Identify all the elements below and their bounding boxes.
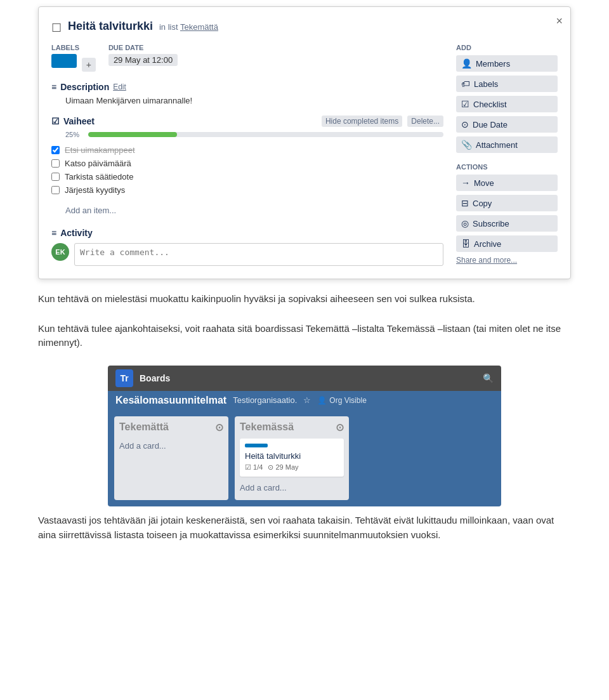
body-text-1-section: Kun tehtävä on mielestäsi muokattu kaiki…	[38, 286, 571, 315]
search-icon: 🔍	[483, 373, 494, 383]
modal-header: ☐ Heitä talviturkki in list Tekemättä	[51, 20, 558, 35]
checklist-button[interactable]: ☑ Checklist	[456, 96, 558, 112]
label-chip	[51, 54, 77, 68]
attachment-button[interactable]: 📎 Attachment	[456, 136, 558, 153]
checklist-item-text-2: Katso päivämäärä	[65, 159, 131, 168]
board-card: Heitä talviturkki ☑ 1/4 ⊙ 29 May	[240, 439, 344, 477]
labels-col: Labels +	[51, 44, 96, 72]
list-menu-icon-2: ⊙	[336, 421, 344, 433]
checklist-item-text-3: Tarkista säätiedote	[65, 172, 133, 182]
add-card-tekemassa: Add a card...	[240, 480, 344, 495]
share-link[interactable]: Share and more...	[456, 256, 558, 265]
activity-icon: ≡	[51, 228, 56, 238]
due-date-label: Due Date	[108, 44, 178, 51]
list-menu-icon: ⊙	[215, 421, 223, 433]
checklist-checkbox-4[interactable]	[51, 186, 60, 194]
meta-row: Labels + Due Date 29 May at 12:00	[51, 44, 443, 72]
card-title: Heitä talviturkki	[68, 20, 153, 32]
due-date-button[interactable]: 29 May at 12:00	[108, 54, 178, 66]
body-text-2-section: Kun tehtävä tulee ajankohtaiseksi, voit …	[38, 315, 571, 359]
board-nav-label: Boards	[140, 373, 170, 383]
due-date-button[interactable]: ⊙ Due Date	[456, 116, 558, 133]
progress-percent: 25%	[65, 131, 83, 138]
checklist-item-text-4: Järjestä kyyditys	[65, 185, 125, 195]
move-button[interactable]: → Move	[456, 175, 558, 191]
card-meta: ☑ 1/4 ⊙ 29 May	[245, 463, 339, 472]
description-title: ≡ Description Edit	[51, 82, 126, 92]
checklist-icon: ☑	[51, 116, 60, 126]
checklist-checkbox-3[interactable]	[51, 173, 60, 181]
board-list-tekematta: Tekemättä ⊙ Add a card...	[114, 416, 228, 500]
body-text-1: Kun tehtävä on mielestäsi muokattu kaiki…	[38, 292, 571, 307]
add-item-button[interactable]: Add an item...	[65, 203, 116, 218]
card-label-chip	[245, 444, 268, 447]
body-text-2: Kun tehtävä tulee ajankohtaiseksi, voit …	[38, 322, 571, 350]
delete-link[interactable]: Delete...	[407, 116, 443, 127]
modal-body: Labels + Due Date 29 May at 12:00 ≡ Desc…	[51, 44, 558, 266]
attachment-icon: 📎	[461, 140, 472, 150]
members-button[interactable]: 👤 Members	[456, 55, 558, 72]
card-title-text: Heitä talviturkki	[245, 451, 339, 461]
checklist-actions: Hide completed items Delete...	[322, 116, 443, 127]
archive-button[interactable]: 🗄 Archive	[456, 235, 558, 252]
in-list-label: in list Tekemättä	[159, 22, 218, 32]
list-header-tekematta: Tekemättä ⊙	[119, 421, 223, 433]
progress-row: 25%	[51, 131, 443, 138]
checklist-items: Etsi uimakamppeet Katso päivämäärä Tarki…	[51, 143, 443, 197]
board-visibility: 👤 Org Visible	[317, 396, 366, 405]
board-top-bar: Tr Boards 🔍	[108, 366, 501, 391]
board-logo: Tr	[115, 369, 133, 387]
activity-section: ≡ Activity EK	[51, 228, 443, 266]
board-org: Testiorganisaatio.	[233, 395, 297, 405]
checklist-item: Tarkista säätiedote	[51, 170, 443, 183]
checklist-icon: ☑	[461, 99, 469, 109]
card-checklist-meta: ☑ 1/4	[245, 463, 263, 472]
checklist-item: Katso päivämäärä	[51, 157, 443, 170]
labels-button[interactable]: 🏷 Labels	[456, 76, 558, 92]
checklist-title-row: ☑ Vaiheet	[51, 116, 95, 126]
due-date-icon: ⊙	[461, 119, 469, 129]
subscribe-button[interactable]: ◎ Subscribe	[456, 215, 558, 232]
hide-completed-link[interactable]: Hide completed items	[322, 116, 402, 127]
modal-main: Labels + Due Date 29 May at 12:00 ≡ Desc…	[51, 44, 443, 266]
labels-icon: 🏷	[461, 79, 470, 89]
footer-text: Vastaavasti jos tehtävään jäi jotain kes…	[38, 513, 571, 543]
card-modal: × ☐ Heitä talviturkki in list Tekemättä …	[38, 6, 571, 279]
checklist-checkbox-2[interactable]	[51, 159, 60, 168]
subscribe-icon: ◎	[461, 218, 469, 228]
comment-input[interactable]	[74, 243, 443, 266]
board-content: Tekemättä ⊙ Add a card... Tekemässä ⊙ He…	[108, 410, 501, 506]
description-edit-link[interactable]: Edit	[113, 83, 126, 91]
labels-label: Labels	[51, 44, 96, 51]
description-header: ≡ Description Edit	[51, 82, 443, 92]
checklist-item: Etsi uimakamppeet	[51, 143, 443, 157]
user-avatar: EK	[51, 243, 69, 261]
checklist-header: ☑ Vaiheet Hide completed items Delete...	[51, 116, 443, 127]
due-date-col: Due Date 29 May at 12:00	[108, 44, 178, 72]
copy-icon: ⊟	[461, 198, 469, 208]
board-sub-bar: Kesälomasuunnitelmat Testiorganisaatio. …	[108, 391, 501, 410]
checklist-item: Järjestä kyyditys	[51, 183, 443, 197]
board-screenshot: Tr Boards 🔍 Kesälomasuunnitelmat Testior…	[108, 366, 501, 506]
add-card-tekematta: Add a card...	[119, 439, 223, 453]
board-name: Kesälomasuunnitelmat	[115, 395, 226, 406]
modal-sidebar: Add 👤 Members 🏷 Labels ☑ Checklist ⊙ Due…	[456, 44, 558, 266]
progress-bar-fill	[88, 132, 177, 137]
progress-bar-bg	[88, 132, 443, 137]
footer-text-section: Vastaavasti jos tehtävään jäi jotain kes…	[38, 513, 571, 543]
close-button[interactable]: ×	[556, 15, 563, 28]
description-text: Uimaan Menkijärven uimarannalle!	[51, 96, 443, 105]
archive-icon: 🗄	[461, 239, 470, 249]
activity-title: ≡ Activity	[51, 228, 443, 238]
in-list-link[interactable]: Tekemättä	[180, 22, 218, 32]
copy-button[interactable]: ⊟ Copy	[456, 195, 558, 211]
members-icon: 👤	[461, 58, 472, 69]
star-icon: ☆	[303, 395, 311, 405]
card-due-meta: ⊙ 29 May	[268, 463, 298, 472]
visibility-icon: 👤	[317, 396, 327, 405]
card-icon: ☐	[51, 21, 62, 35]
description-icon: ≡	[51, 82, 56, 92]
list-header-tekemassa: Tekemässä ⊙	[240, 421, 344, 433]
add-label-button[interactable]: +	[82, 58, 96, 72]
checklist-checkbox-1[interactable]	[51, 146, 60, 154]
